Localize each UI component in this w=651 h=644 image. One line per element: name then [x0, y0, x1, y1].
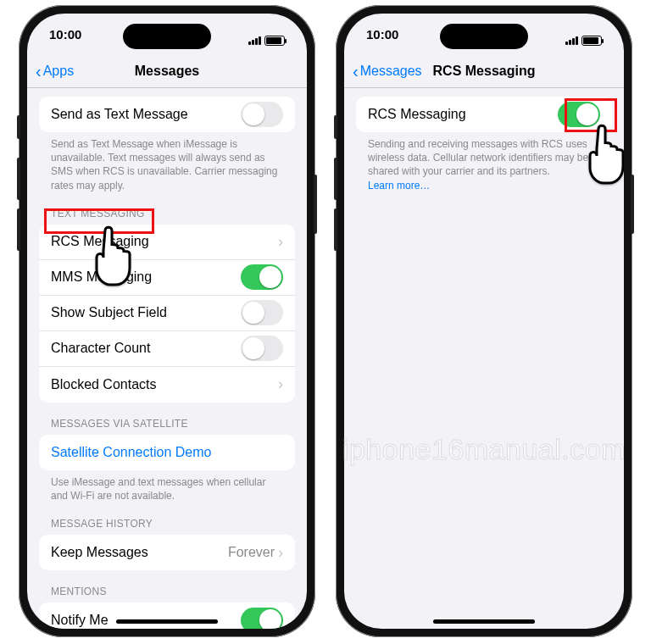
back-button[interactable]: ‹ Messages [353, 63, 422, 80]
phone-right: 10:00 ‹ Messages RCS Messaging RCS Mes [336, 5, 632, 637]
row-rcs-messaging[interactable]: RCS Messaging › [39, 225, 295, 260]
row-keep-messages[interactable]: Keep Messages Forever › [39, 535, 295, 570]
footer-text: Send as Text Message when iMessage is un… [39, 132, 295, 192]
back-label: Apps [43, 64, 74, 79]
battery-icon [581, 36, 602, 46]
row-label: Satellite Connection Demo [51, 445, 283, 460]
back-label: Messages [360, 64, 422, 79]
status-time: 10:00 [366, 27, 398, 54]
chevron-right-icon: › [278, 375, 283, 393]
toggle-mms[interactable] [241, 264, 283, 290]
row-label: Keep Messages [51, 545, 228, 560]
footer-text: Use iMessage and text messages when cell… [39, 470, 295, 502]
row-notify-me[interactable]: Notify Me [39, 602, 295, 629]
toggle-send-as-text[interactable] [241, 102, 283, 127]
group-header: MESSAGES VIA SATELLITE [39, 418, 295, 435]
chevron-right-icon: › [278, 233, 283, 251]
home-indicator [433, 619, 535, 624]
nav-bar: ‹ Messages RCS Messaging [344, 54, 624, 88]
nav-bar: ‹ Apps Messages [27, 54, 307, 88]
row-label: RCS Messaging [368, 107, 558, 122]
back-button[interactable]: ‹ Apps [36, 63, 74, 80]
row-label: Blocked Contacts [51, 377, 278, 392]
row-show-subject[interactable]: Show Subject Field [39, 296, 295, 331]
chevron-right-icon: › [278, 544, 283, 562]
row-label: Show Subject Field [51, 305, 241, 320]
row-send-as-text[interactable]: Send as Text Message [39, 97, 295, 132]
row-label: Character Count [51, 341, 241, 356]
row-satellite-demo[interactable]: Satellite Connection Demo [39, 435, 295, 470]
dynamic-island [123, 24, 211, 49]
row-label: Send as Text Message [51, 107, 241, 122]
row-label: MMS Messaging [51, 269, 241, 285]
chevron-left-icon: ‹ [36, 63, 42, 80]
signal-icon [248, 36, 261, 45]
battery-icon [264, 36, 285, 46]
dynamic-island [440, 24, 528, 49]
phone-left: 10:00 ‹ Apps Messages Send as Text Me [19, 5, 315, 637]
toggle-rcs[interactable] [558, 102, 600, 127]
toggle-show-subject[interactable] [241, 300, 283, 325]
home-indicator [116, 619, 218, 624]
row-blocked-contacts[interactable]: Blocked Contacts › [39, 367, 295, 402]
toggle-char-count[interactable] [241, 336, 283, 361]
row-rcs-toggle[interactable]: RCS Messaging [356, 97, 612, 132]
row-mms-messaging[interactable]: MMS Messaging [39, 260, 295, 296]
status-time: 10:00 [49, 27, 81, 54]
group-header: MENTIONS [39, 586, 295, 602]
learn-more-link[interactable]: Learn more… [368, 180, 430, 192]
group-header: MESSAGE HISTORY [39, 518, 295, 535]
row-label: RCS Messaging [51, 234, 278, 249]
signal-icon [565, 36, 578, 45]
row-value: Forever [228, 545, 275, 560]
toggle-notify-me[interactable] [241, 608, 283, 629]
row-char-count[interactable]: Character Count [39, 331, 295, 367]
group-header: TEXT MESSAGING [39, 208, 295, 225]
chevron-left-icon: ‹ [353, 63, 359, 80]
footer-text: Sending and receiving messages with RCS … [356, 132, 612, 192]
